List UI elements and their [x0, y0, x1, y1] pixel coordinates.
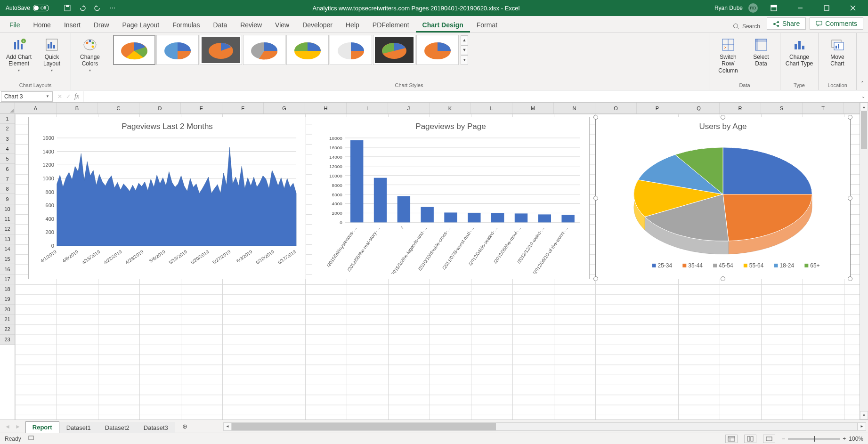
row-header[interactable]: 6: [0, 164, 15, 174]
zoom-percent[interactable]: 100%: [849, 436, 863, 442]
tab-home[interactable]: Home: [27, 17, 57, 32]
horizontal-scrollbar[interactable]: ◄ ►: [221, 420, 868, 433]
chart-pageviews-by-page[interactable]: Pageviews by Page 0200040006000800010000…: [312, 117, 590, 279]
cancel-formula-icon[interactable]: ✕: [57, 93, 62, 100]
scroll-right-icon[interactable]: ►: [858, 422, 866, 431]
row-header[interactable]: 21: [0, 315, 15, 324]
formula-input[interactable]: [83, 91, 859, 102]
quick-layout-button[interactable]: Quick Layout ▾: [37, 35, 67, 73]
row-header[interactable]: 8: [0, 184, 15, 194]
resize-handle[interactable]: [848, 115, 852, 120]
maximize-icon[interactable]: [816, 0, 837, 16]
scroll-thumb[interactable]: [861, 111, 867, 149]
style-thumb-2[interactable]: [156, 35, 199, 65]
col-header[interactable]: G: [264, 103, 305, 113]
row-header[interactable]: 7: [0, 174, 15, 184]
style-thumb-8[interactable]: [416, 35, 459, 65]
row-headers[interactable]: 1234567891011121314151617181920212223: [0, 103, 15, 420]
normal-view-icon[interactable]: [725, 435, 738, 443]
resize-handle[interactable]: [721, 276, 725, 281]
col-header[interactable]: A: [15, 103, 57, 113]
tab-view[interactable]: View: [268, 17, 296, 32]
style-thumb-7[interactable]: [373, 35, 415, 65]
select-data-button[interactable]: Select Data: [746, 35, 776, 67]
zoom-out-icon[interactable]: −: [782, 436, 785, 442]
col-header[interactable]: B: [57, 103, 98, 113]
row-header[interactable]: 13: [0, 234, 15, 244]
switch-row-column-button[interactable]: Switch Row/ Column: [713, 35, 743, 74]
macro-record-icon[interactable]: [28, 435, 34, 443]
sheet-tab-dataset1[interactable]: Dataset1: [59, 422, 98, 433]
gallery-more-icon[interactable]: ▾: [461, 55, 468, 65]
zoom-control[interactable]: − + 100%: [782, 436, 863, 442]
scroll-up-icon[interactable]: ▲: [860, 103, 868, 111]
chart-styles-gallery[interactable]: ▲ ▼ ▾: [113, 35, 468, 65]
tab-page-layout[interactable]: Page Layout: [116, 17, 166, 32]
style-thumb-3[interactable]: [200, 35, 242, 65]
style-thumb-5[interactable]: [286, 35, 329, 65]
tab-data[interactable]: Data: [207, 17, 234, 32]
row-header[interactable]: 11: [0, 214, 15, 224]
comments-button[interactable]: Comments: [810, 17, 863, 30]
row-header[interactable]: 16: [0, 264, 15, 274]
tab-insert[interactable]: Insert: [57, 17, 87, 32]
cells[interactable]: Pageviews Last 2 Months 0200400600800100…: [15, 114, 860, 420]
col-header[interactable]: D: [139, 103, 181, 113]
tab-formulas[interactable]: Formulas: [166, 17, 206, 32]
worksheet-grid[interactable]: 1234567891011121314151617181920212223 AB…: [0, 103, 868, 420]
row-header[interactable]: 3: [0, 134, 15, 144]
resize-handle[interactable]: [593, 276, 598, 281]
row-header[interactable]: 20: [0, 305, 15, 315]
sheet-nav-first-icon[interactable]: ◄: [5, 423, 10, 430]
tab-file[interactable]: File: [3, 17, 27, 32]
style-thumb-6[interactable]: [330, 35, 372, 65]
gallery-up-icon[interactable]: ▲: [461, 35, 468, 45]
chart-pageviews-last-2-months[interactable]: Pageviews Last 2 Months 0200400600800100…: [28, 117, 306, 279]
tab-review[interactable]: Review: [234, 17, 268, 32]
col-header[interactable]: J: [388, 103, 430, 113]
row-header[interactable]: 18: [0, 284, 15, 294]
style-thumb-4[interactable]: [243, 35, 285, 65]
col-header[interactable]: Q: [678, 103, 720, 113]
save-icon[interactable]: [62, 3, 73, 13]
row-header[interactable]: 12: [0, 224, 15, 234]
zoom-in-icon[interactable]: +: [843, 436, 846, 442]
move-chart-button[interactable]: Move Chart: [822, 35, 852, 67]
chart-users-by-age[interactable]: Users by Age 25-3435-4445-5455-6418-2465…: [595, 117, 851, 279]
expand-formula-icon[interactable]: ⌄: [859, 94, 868, 99]
tab-help[interactable]: Help: [339, 17, 366, 32]
row-header[interactable]: 9: [0, 194, 15, 204]
resize-handle[interactable]: [848, 276, 852, 281]
minimize-icon[interactable]: [790, 0, 811, 16]
tab-chart-design[interactable]: Chart Design: [416, 17, 470, 32]
row-header[interactable]: 19: [0, 294, 15, 304]
fx-icon[interactable]: fx: [74, 93, 79, 100]
gallery-down-icon[interactable]: ▼: [461, 45, 468, 55]
enter-formula-icon[interactable]: ✓: [66, 93, 71, 100]
col-header[interactable]: P: [637, 103, 678, 113]
user-name[interactable]: Ryan Dube: [714, 5, 743, 11]
resize-handle[interactable]: [593, 115, 598, 120]
redo-icon[interactable]: [92, 3, 103, 13]
sheet-nav-last-icon[interactable]: ►: [15, 423, 21, 430]
page-layout-view-icon[interactable]: [744, 435, 756, 443]
row-header[interactable]: 10: [0, 204, 15, 214]
change-chart-type-button[interactable]: Change Chart Type: [784, 35, 814, 67]
tab-format[interactable]: Format: [470, 17, 504, 32]
row-header[interactable]: 17: [0, 274, 15, 284]
column-headers[interactable]: ABCDEFGHIJKLMNOPQRST: [15, 103, 860, 114]
col-header[interactable]: H: [305, 103, 347, 113]
name-box[interactable]: Chart 3▼: [1, 91, 53, 102]
row-header[interactable]: 15: [0, 254, 15, 264]
row-header[interactable]: 23: [0, 335, 15, 345]
user-avatar[interactable]: RD: [748, 3, 758, 13]
resize-handle[interactable]: [593, 196, 598, 201]
collapse-ribbon-icon[interactable]: ˄: [857, 33, 868, 90]
col-header[interactable]: S: [761, 103, 803, 113]
scroll-left-icon[interactable]: ◄: [223, 422, 232, 431]
qat-icon[interactable]: ⋯: [107, 3, 118, 13]
tab-draw[interactable]: Draw: [87, 17, 116, 32]
sheet-tab-dataset2[interactable]: Dataset2: [98, 422, 137, 433]
sheet-tab-report[interactable]: Report: [25, 421, 59, 433]
ribbon-display-icon[interactable]: [763, 0, 784, 16]
